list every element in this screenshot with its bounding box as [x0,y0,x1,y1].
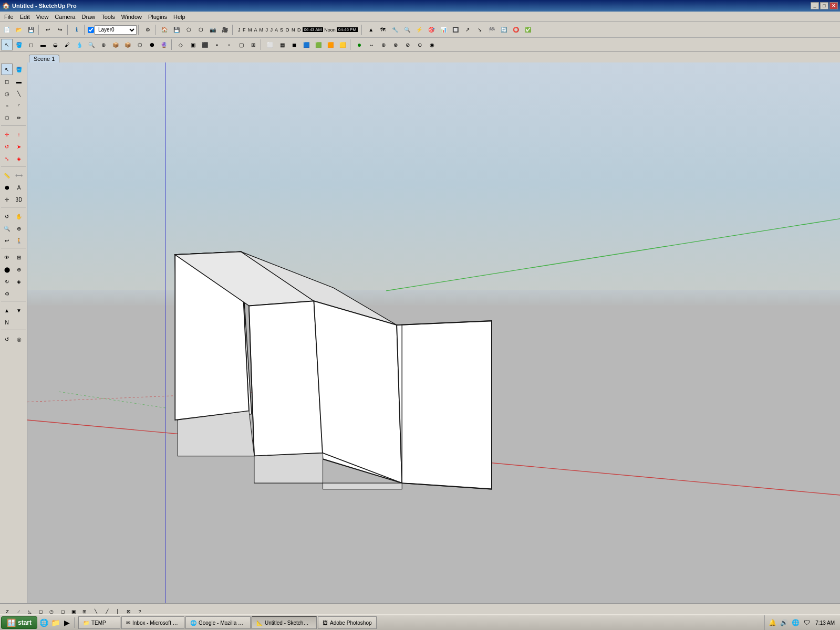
tb-sample[interactable]: 💧 [74,39,85,50]
tb-undo[interactable]: ↩ [42,24,54,36]
tb-new[interactable]: 📄 [1,24,13,36]
layer-select[interactable]: Layer0 [95,25,137,35]
tb-t7[interactable]: ↗ [462,24,473,36]
lt-util2[interactable]: ◎ [13,333,25,345]
tb-shape2[interactable]: ⬡ [195,24,206,36]
scene-tab-1[interactable]: Scene 1 [29,55,59,62]
tb-erase[interactable]: ◻ [25,39,37,50]
lt-walkthru[interactable]: 🚶 [13,235,25,246]
taskbar-sketchup[interactable]: 📐 Untitled - SketchUp Pro [252,616,317,629]
tb-view-left[interactable]: ▢ [235,39,247,50]
tb-t1[interactable]: 🔧 [389,24,401,36]
lt-offset[interactable]: ◈ [13,153,25,164]
lt-circle[interactable]: ○ [1,100,13,111]
menu-file[interactable]: File [1,13,17,21]
start-button[interactable]: 🪟 start [1,616,37,629]
lt-select[interactable]: ↖ [1,64,13,75]
lt-orbit[interactable]: ↺ [1,211,13,222]
lt-tape2[interactable]: 📏 [1,170,13,181]
tb-face2[interactable]: ▦ [276,39,288,50]
tray-icon-1[interactable]: 🔔 [767,617,777,628]
tb-zoom[interactable]: 🔍 [86,39,97,50]
lt-dyn1[interactable]: ⚙ [1,288,13,299]
taskbar-outlook[interactable]: ✉ Inbox - Microsoft Out... [121,616,184,629]
lt-text[interactable]: A [13,182,25,193]
lt-zoomall[interactable]: ⊕ [13,223,25,234]
menu-camera[interactable]: Camera [51,13,78,21]
lt-3dtext[interactable]: 3D [13,194,25,205]
tb-paint2[interactable]: 🖌 [61,39,73,50]
lt-dim[interactable]: ⟷ [13,170,25,181]
tb-t2[interactable]: 🔍 [401,24,413,36]
taskbar-photoshop[interactable]: 🖼 Adobe Photoshop [318,616,377,629]
lt-rect[interactable]: ◷ [1,88,13,99]
tray-icon-3[interactable]: 🌐 [790,617,801,628]
lt-tape[interactable]: ▬ [13,76,25,87]
lt-axes[interactable]: ✛ [1,194,13,205]
tb-face1[interactable]: ⬜ [264,39,276,50]
tb-house[interactable]: 🏠 [159,24,170,36]
tb-view-top[interactable]: ▣ [187,39,199,50]
tb-face3[interactable]: ◼ [288,39,300,50]
menu-tools[interactable]: Tools [98,13,118,21]
minimize-button[interactable]: _ [811,2,819,9]
maximize-button[interactable]: □ [820,2,828,9]
taskbar-temp[interactable]: 📁 TEMP [78,616,120,629]
tb-sec2[interactable]: ⊕ [378,39,389,50]
tb-component[interactable]: ⚙ [142,24,153,36]
lt-erase[interactable]: ◻ [1,76,13,87]
lt-nav2[interactable]: ◈ [13,276,25,287]
tb-save2[interactable]: 💾 [171,24,182,36]
lt-proto[interactable]: ⬢ [1,182,13,193]
lt-pan[interactable]: ✋ [13,211,25,222]
taskbar-firefox[interactable]: 🌐 Google - Mozilla Firefox [185,616,251,629]
lt-prevview[interactable]: ↩ [1,235,13,246]
tb-sec6[interactable]: ◉ [426,39,438,50]
lt-comp1[interactable]: ⬤ [1,264,13,275]
lt-sand2[interactable]: ▼ [13,304,25,316]
tray-icon-4[interactable]: 🛡 [802,617,812,628]
lt-zoom[interactable]: 🔍 [1,223,13,234]
tb-view-right[interactable]: ▪ [211,39,223,50]
taskbar-ie-icon[interactable]: 🌐 [38,617,49,628]
menu-edit[interactable]: Edit [17,13,33,21]
taskbar-media-icon[interactable]: ▶ [61,617,72,628]
tb-t10[interactable]: 🔄 [498,24,510,36]
tb-open[interactable]: 📂 [13,24,25,36]
lt-nav1[interactable]: ↻ [1,276,13,287]
tb-cam2[interactable]: 🎥 [219,24,231,36]
lt-arc[interactable]: ◜ [13,100,25,111]
layer-check[interactable] [88,27,94,33]
tb-rect[interactable]: ▬ [37,39,49,50]
tb-dyn3[interactable]: 🔮 [158,39,170,50]
lt-line[interactable]: ╲ [13,88,25,99]
tb-save[interactable]: 💾 [25,24,37,36]
menu-help[interactable]: Help [170,13,189,21]
tb-view-bot[interactable]: ⊞ [247,39,259,50]
tb-select[interactable]: ↖ [1,39,13,50]
close-button[interactable]: ✕ [829,2,838,9]
menu-view[interactable]: View [33,13,52,21]
lt-paint[interactable]: 🪣 [13,64,25,75]
tb-t12[interactable]: ✅ [522,24,534,36]
tb-t4[interactable]: 🎯 [426,24,437,36]
tb-cam1[interactable]: 📷 [207,24,219,36]
tb-t8[interactable]: ↘ [474,24,485,36]
tb-dyn2[interactable]: ⬢ [146,39,158,50]
tb-shadow1[interactable]: ▲ [365,24,377,36]
tray-icon-2[interactable]: 🔊 [779,617,789,628]
tb-t11[interactable]: ⭕ [510,24,522,36]
tb-shadow2[interactable]: 🗺 [377,24,389,36]
tb-redo[interactable]: ↪ [54,24,66,36]
lt-scale[interactable]: ⤡ [1,153,13,164]
tb-t3[interactable]: ⚡ [413,24,425,36]
tb-paint[interactable]: 🪣 [13,39,25,50]
tb-t9[interactable]: 🏁 [486,24,497,36]
tb-sec3[interactable]: ⊗ [390,39,401,50]
tb-face4[interactable]: 🟦 [300,39,312,50]
lt-move[interactable]: ✛ [1,129,13,140]
tb-t5[interactable]: 📊 [438,24,449,36]
tb-sec5[interactable]: ⊙ [414,39,426,50]
lt-rotate[interactable]: ↺ [1,141,13,152]
tb-info[interactable]: ℹ [71,24,82,36]
